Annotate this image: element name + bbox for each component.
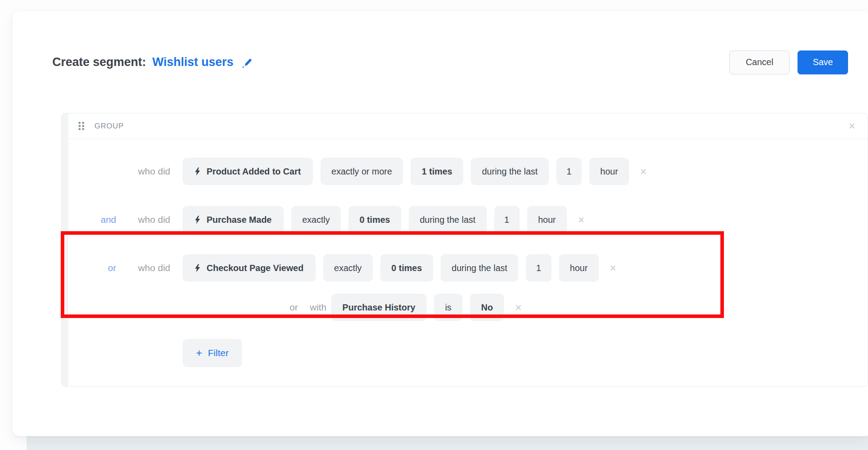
operator-pill[interactable]: exactly xyxy=(323,254,373,282)
period-pill[interactable]: during the last xyxy=(471,158,549,185)
plus-icon: + xyxy=(196,348,202,358)
row-connector[interactable]: and xyxy=(77,214,116,225)
attribute-pill[interactable]: Purchase History xyxy=(331,294,426,321)
group-close-icon[interactable]: × xyxy=(848,120,855,132)
duration-pill[interactable]: 1 xyxy=(494,206,520,233)
cancel-button[interactable]: Cancel xyxy=(729,50,790,74)
group-header: GROUP × xyxy=(68,113,868,139)
save-button[interactable]: Save xyxy=(798,50,848,74)
count-pill[interactable]: 1 times xyxy=(411,158,463,185)
operator-pill[interactable]: is xyxy=(434,294,462,321)
duration-pill[interactable]: 1 xyxy=(526,254,551,282)
event-bolt-icon xyxy=(195,216,200,224)
count-pill[interactable]: 0 times xyxy=(348,206,401,233)
main-card: Create segment: Wishlist users Cancel Sa… xyxy=(12,11,868,436)
unit-pill[interactable]: hour xyxy=(559,254,599,282)
period-pill[interactable]: during the last xyxy=(441,254,519,282)
subrow-connector[interactable]: or xyxy=(281,302,298,313)
group-body: who did Product Added to Cart exactly or… xyxy=(68,139,868,367)
value-pill[interactable]: No xyxy=(470,294,504,321)
row-connector[interactable]: or xyxy=(77,263,116,273)
add-filter-button[interactable]: + Filter xyxy=(183,339,242,367)
event-bolt-icon xyxy=(195,264,200,272)
unit-pill[interactable]: hour xyxy=(527,206,567,233)
add-filter-label: Filter xyxy=(208,348,229,358)
filter-group: GROUP × who did Product Added to Cart ex… xyxy=(61,113,868,387)
event-pill-label: Checkout Page Viewed xyxy=(207,263,304,273)
subrow-prefix: with xyxy=(310,302,326,313)
remove-filter-icon[interactable]: × xyxy=(610,263,617,274)
remove-filter-icon[interactable]: × xyxy=(640,166,647,177)
event-pill-label: Purchase Made xyxy=(207,215,272,225)
page-title: Create segment: Wishlist users xyxy=(52,55,253,69)
operator-pill[interactable]: exactly xyxy=(291,206,341,233)
create-segment-label: Create segment: xyxy=(52,55,146,69)
edit-pencil-icon[interactable] xyxy=(240,56,253,69)
row-pills: Purchase History is No × xyxy=(331,294,521,321)
row-pills: Product Added to Cart exactly or more 1 … xyxy=(183,158,647,185)
row-pills: Purchase Made exactly 0 times during the… xyxy=(183,206,584,233)
event-pill[interactable]: Product Added to Cart xyxy=(183,158,313,185)
page-bottom-strip xyxy=(27,436,868,450)
event-pill-label: Product Added to Cart xyxy=(207,167,301,177)
duration-pill[interactable]: 1 xyxy=(556,158,582,185)
count-pill[interactable]: 0 times xyxy=(380,254,433,282)
event-bolt-icon xyxy=(195,167,200,176)
segment-name[interactable]: Wishlist users xyxy=(152,55,234,69)
filter-row: or who did Checkout Page Viewed exactly … xyxy=(77,254,854,282)
header-actions: Cancel Save xyxy=(729,50,848,74)
group-left-strip xyxy=(62,113,68,386)
row-prefix: who did xyxy=(126,263,170,273)
filter-row: and who did Purchase Made exactly 0 time… xyxy=(77,206,854,233)
segment-builder-page: Create segment: Wishlist users Cancel Sa… xyxy=(0,0,868,450)
page-header: Create segment: Wishlist users Cancel Sa… xyxy=(52,50,848,74)
row-pills: Checkout Page Viewed exactly 0 times dur… xyxy=(183,254,616,282)
remove-filter-icon[interactable]: × xyxy=(578,214,585,225)
operator-pill[interactable]: exactly or more xyxy=(321,158,403,185)
unit-pill[interactable]: hour xyxy=(589,158,629,185)
remove-filter-icon[interactable]: × xyxy=(515,302,522,313)
drag-handle-icon[interactable] xyxy=(78,121,85,131)
attribute-subrow: or with Purchase History is No × xyxy=(77,294,854,321)
event-pill[interactable]: Checkout Page Viewed xyxy=(183,254,316,282)
filter-row: who did Product Added to Cart exactly or… xyxy=(77,158,854,185)
group-label: GROUP xyxy=(94,122,124,131)
row-prefix: who did xyxy=(126,214,170,225)
period-pill[interactable]: during the last xyxy=(409,206,487,233)
event-pill[interactable]: Purchase Made xyxy=(183,206,284,233)
row-prefix: who did xyxy=(126,166,170,177)
